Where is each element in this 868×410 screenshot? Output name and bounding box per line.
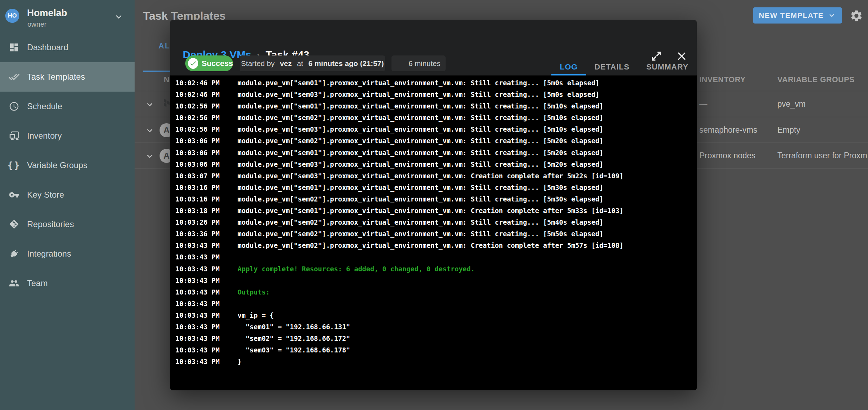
cell-variable-groups: pve_vm [777,99,806,109]
workspace-role: owner [27,20,46,28]
cell-inventory: Proxmox nodes [699,151,756,160]
chevron-down-icon [827,11,836,20]
variable-groups-icon: {} [8,160,20,171]
log-line: 10:03:43 PM "sem02" = "192.168.66.172" [170,333,697,344]
column-header-inventory: INVENTORY [699,75,746,84]
log-timestamp: 10:03:43 PM [170,310,238,321]
log-message: vm_ip = { [238,310,274,321]
inventory-icon [8,130,20,141]
log-timestamp: 10:03:26 PM [170,217,238,228]
log-line: 10:03:43 PM [170,298,697,310]
log-timestamp: 10:03:43 PM [170,333,238,344]
sidebar-item-label: Key Store [27,190,64,200]
chevron-down-icon[interactable] [144,151,155,161]
log-message: module.pve_vm["sem02"].proxmox_virtual_e… [238,112,603,124]
sidebar-item-label: Variable Groups [27,160,88,170]
clock-icon [396,59,405,68]
log-line: 10:02:56 PMmodule.pve_vm["sem02"].proxmo… [170,112,697,124]
cell-variable-groups: Empty [777,125,800,135]
log-timestamp: 10:03:43 PM [170,356,238,368]
log-message: "sem02" = "192.168.66.172" [238,333,350,344]
log-timestamp: 10:03:43 PM [170,321,238,333]
log-message: module.pve_vm["sem01"].proxmox_virtual_e… [238,147,603,159]
log-message: module.pve_vm["sem03"].proxmox_virtual_e… [238,170,623,182]
modal-tabs: LOGDETAILSSUMMARY [551,59,697,75]
log-message: Outputs: [238,286,270,298]
log-timestamp: 10:03:18 PM [170,205,238,217]
log-line: 10:02:46 PMmodule.pve_vm["sem03"].proxmo… [170,89,697,100]
cell-variable-groups: Terraform user for Proxm [777,151,867,160]
task-templates-icon [8,71,20,82]
gear-icon[interactable] [850,9,863,22]
sidebar-item-task-templates[interactable]: Task Templates [0,62,135,92]
log-timestamp: 10:02:56 PM [170,100,238,112]
status-badge: Success [185,55,233,71]
sidebar-item-schedule[interactable]: Schedule [0,92,135,121]
log-message: "sem01" = "192.168.66.131" [238,321,350,333]
log-line: 10:02:56 PMmodule.pve_vm["sem03"].proxmo… [170,124,697,135]
chevron-down-icon[interactable] [144,99,155,110]
new-template-label: NEW TEMPLATE [759,11,823,20]
sidebar-item-inventory[interactable]: Inventory [0,121,135,151]
check-icon [188,58,198,69]
sidebar-item-dashboard[interactable]: Dashboard [0,33,135,62]
chevron-down-icon[interactable] [144,125,155,136]
sidebar-item-team[interactable]: Team [0,269,135,298]
log-timestamp: 10:03:43 PM [170,275,238,286]
modal-tab-summary[interactable]: SUMMARY [638,59,697,75]
sidebar-item-label: Integrations [27,249,71,259]
log-output: 10:02:46 PMmodule.pve_vm["sem01"].proxmo… [170,75,697,390]
log-timestamp: 10:03:43 PM [170,286,238,298]
started-prefix: Started by [241,59,277,68]
sidebar-item-integrations[interactable]: Integrations [0,239,135,269]
modal-tab-details[interactable]: DETAILS [586,59,638,75]
cell-inventory: semaphore-vms [699,125,757,135]
user-row[interactable]: vez Admin [0,386,135,407]
log-line: 10:03:16 PMmodule.pve_vm["sem02"].proxmo… [170,193,697,205]
sidebar-item-variable-groups[interactable]: {}Variable Groups [0,151,135,180]
log-line: 10:03:43 PMvm_ip = { [170,310,697,321]
log-timestamp: 10:02:56 PM [170,112,238,124]
sidebar-item-key-store[interactable]: Key Store [0,180,135,210]
log-timestamp: 10:02:46 PM [170,77,238,89]
sidebar-item-repositories[interactable]: Repositories [0,210,135,239]
log-message: module.pve_vm["sem02"].proxmox_virtual_e… [238,240,623,251]
log-line: 10:03:43 PM [170,275,697,286]
log-line: 10:03:06 PMmodule.pve_vm["sem03"].proxmo… [170,159,697,170]
theme-controls [0,353,135,377]
log-timestamp: 10:03:16 PM [170,193,238,205]
log-line: 10:03:43 PMApply complete! Resources: 6 … [170,263,697,275]
workspace-name: Homelab [27,8,67,19]
log-timestamp: 10:03:06 PM [170,159,238,170]
schedule-icon [8,101,20,112]
sidebar-item-label: Task Templates [27,72,85,82]
log-timestamp: 10:03:43 PM [170,344,238,356]
log-line: 10:03:18 PMmodule.pve_vm["sem01"].proxmo… [170,205,697,217]
log-line: 10:03:16 PMmodule.pve_vm["sem01"].proxmo… [170,182,697,193]
log-message: module.pve_vm["sem02"].proxmox_virtual_e… [238,228,603,240]
log-timestamp: 10:03:43 PM [170,251,238,263]
log-message: module.pve_vm["sem02"].proxmox_virtual_e… [238,217,603,228]
log-message: } [238,356,241,368]
chevron-down-icon[interactable] [113,11,124,22]
status-label: Success [202,59,233,68]
log-timestamp: 10:03:43 PM [170,240,238,251]
log-timestamp: 10:03:06 PM [170,135,238,147]
new-template-button[interactable]: NEW TEMPLATE [753,7,842,24]
log-line: 10:03:43 PMOutputs: [170,286,697,298]
modal-tab-log[interactable]: LOG [551,59,586,75]
log-timestamp: 10:03:43 PM [170,263,238,275]
log-line: 10:03:06 PMmodule.pve_vm["sem02"].proxmo… [170,135,697,147]
log-message: module.pve_vm["sem03"].proxmox_virtual_e… [238,124,603,135]
log-line: 10:03:07 PMmodule.pve_vm["sem03"].proxmo… [170,170,697,182]
log-line: 10:03:36 PMmodule.pve_vm["sem02"].proxmo… [170,228,697,240]
repositories-icon [8,219,20,230]
log-line: 10:02:46 PMmodule.pve_vm["sem01"].proxmo… [170,77,697,89]
workspace-avatar: HO [5,9,19,23]
log-line: 10:03:06 PMmodule.pve_vm["sem01"].proxmo… [170,147,697,159]
sidebar-item-label: Repositories [27,219,74,229]
log-line: 10:02:56 PMmodule.pve_vm["sem01"].proxmo… [170,100,697,112]
cell-inventory: — [699,99,707,109]
log-message: module.pve_vm["sem03"].proxmox_virtual_e… [238,159,603,170]
sidebar-item-label: Team [27,278,48,288]
